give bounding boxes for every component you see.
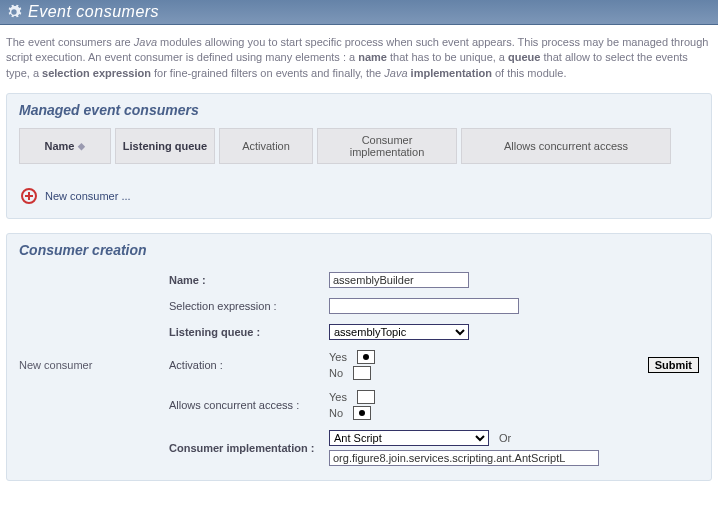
consumer-creation-panel: Consumer creation Name : Selection expre… — [6, 233, 712, 481]
activation-radio-group: Yes No — [329, 350, 375, 380]
col-name[interactable]: Name◆ — [19, 128, 111, 164]
new-consumer-row[interactable]: New consumer ... — [19, 188, 699, 204]
concurrent-radio-group: Yes No — [329, 390, 375, 420]
activation-no-radio[interactable] — [353, 366, 371, 380]
label-activation: Activation : — [169, 359, 319, 371]
selection-input[interactable] — [329, 298, 519, 314]
gear-icon — [6, 4, 22, 20]
add-icon — [21, 188, 37, 204]
label-queue: Listening queue : — [169, 326, 319, 338]
activation-yes-label: Yes — [329, 351, 347, 363]
table-header: Name◆ Listening queue Activation Consume… — [19, 128, 699, 164]
col-impl[interactable]: Consumer implementation — [317, 128, 457, 164]
concurrent-yes-label: Yes — [329, 391, 347, 403]
or-text: Or — [499, 432, 511, 444]
impl-select[interactable]: Ant Script — [329, 430, 489, 446]
name-input[interactable] — [329, 272, 469, 288]
activation-no-label: No — [329, 367, 343, 379]
submit-button[interactable]: Submit — [648, 357, 699, 373]
page-title: Event consumers — [28, 3, 159, 21]
sort-icon: ◆ — [78, 141, 85, 151]
col-concurrent[interactable]: Allows concurrent access — [461, 128, 671, 164]
col-activation[interactable]: Activation — [219, 128, 313, 164]
label-selection: Selection expression : — [169, 300, 319, 312]
concurrent-no-label: No — [329, 407, 343, 419]
label-concurrent: Allows concurrent access : — [169, 399, 319, 411]
side-label: New consumer — [19, 359, 159, 371]
concurrent-yes-radio[interactable] — [357, 390, 375, 404]
label-impl: Consumer implementation : — [169, 442, 319, 454]
managed-title: Managed event consumers — [19, 102, 699, 118]
page-header: Event consumers — [0, 0, 718, 25]
intro-text: The event consumers are Java modules all… — [0, 25, 718, 93]
queue-select[interactable]: assemblyTopic — [329, 324, 469, 340]
label-name: Name : — [169, 274, 319, 286]
activation-yes-radio[interactable] — [357, 350, 375, 364]
concurrent-no-radio[interactable] — [353, 406, 371, 420]
impl-text-input[interactable] — [329, 450, 599, 466]
managed-consumers-panel: Managed event consumers Name◆ Listening … — [6, 93, 712, 219]
creation-title: Consumer creation — [19, 242, 699, 258]
col-queue[interactable]: Listening queue — [115, 128, 215, 164]
new-consumer-link[interactable]: New consumer ... — [45, 190, 131, 202]
